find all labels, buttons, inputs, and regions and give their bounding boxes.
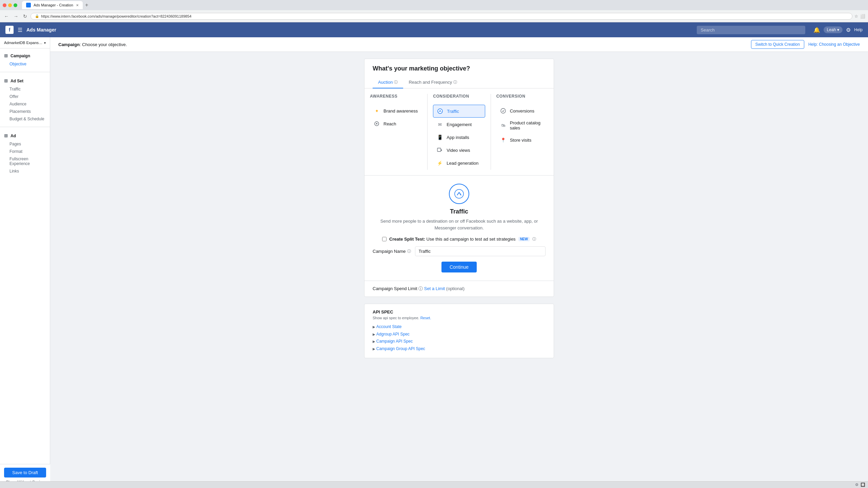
appbar-right: 🔔 Leah ▾ ⚙ Help [813, 26, 863, 33]
help-objective-button[interactable]: Help: Choosing an Objective [808, 42, 860, 47]
tab-reach-info[interactable]: ⓘ [453, 80, 457, 85]
user-badge[interactable]: Leah ▾ [824, 26, 843, 33]
tab-favicon [26, 3, 31, 7]
page-title: What's your marketing objective? [364, 59, 554, 76]
settings-icon[interactable]: ⚙ [846, 27, 851, 33]
campaign-name-row: Campaign Name ⓘ [373, 246, 546, 256]
tab-reach-label: Reach and Frequency [409, 80, 452, 85]
objective-card: What's your marketing objective? Auction… [364, 59, 554, 297]
active-browser-tab[interactable]: Ads Manager - Creation ✕ [22, 1, 83, 9]
sidebar-item-budget-schedule[interactable]: Budget & Schedule [0, 115, 50, 123]
forward-button[interactable]: → [12, 13, 20, 20]
new-tab-button[interactable]: + [83, 2, 90, 8]
bottom-settings-icon[interactable]: ⚙ [855, 483, 859, 487]
continue-button[interactable]: Continue [441, 262, 477, 272]
sidebar-item-placements[interactable]: Placements [0, 108, 50, 115]
tab-auction-info[interactable]: ⓘ [394, 80, 398, 85]
notifications-icon[interactable]: 🔔 [813, 27, 820, 33]
extension-icon[interactable]: ⬜ [860, 14, 865, 19]
api-spec-title: API SPEC [373, 309, 546, 314]
sidebar-item-links[interactable]: Links [0, 167, 50, 175]
store-visits-icon: 📍 [500, 137, 507, 143]
api-spec-section: API SPEC Show api spec to employee. Rese… [364, 304, 554, 358]
refresh-button[interactable]: ↻ [22, 13, 28, 20]
bookmark-icon[interactable]: ☆ [854, 14, 858, 19]
sidebar-item-pages[interactable]: Pages [0, 140, 50, 148]
spend-limit-info[interactable]: ⓘ [418, 286, 424, 291]
api-spec-account-state[interactable]: Account State [373, 323, 546, 331]
close-tab-icon[interactable]: ✕ [76, 3, 79, 7]
conversions-item[interactable]: Conversions [496, 105, 548, 117]
api-spec-campaign[interactable]: Campaign API Spec [373, 338, 546, 345]
address-bar[interactable]: 🔒 https://www.intern.facebook.com/ads/ma… [31, 13, 852, 20]
traffic-info-section: Traffic Send more people to a destinatio… [364, 175, 554, 281]
brand-awareness-item[interactable]: ✦ Brand awareness [370, 105, 422, 117]
traffic-selected-desc: Send more people to a destination on or … [373, 218, 546, 231]
ad-set-icon: ⊞ [4, 78, 8, 83]
consideration-header: Consideration [433, 94, 485, 101]
sidebar-item-fullscreen[interactable]: Fullscreen Experience [0, 155, 50, 167]
api-spec-adgroup[interactable]: Adgroup API Spec [373, 331, 546, 338]
traffic-item[interactable]: Traffic [433, 105, 485, 118]
tab-auction[interactable]: Auction ⓘ [373, 76, 403, 88]
breadcrumb-step: Choose your objective. [82, 42, 127, 47]
app-installs-icon: 📱 [436, 134, 443, 141]
browser-addressbar: ← → ↻ 🔒 https://www.intern.facebook.com/… [0, 10, 868, 22]
sidebar-item-traffic[interactable]: Traffic [0, 85, 50, 93]
lock-icon: 🔒 [35, 14, 39, 18]
sidebar-item-objective[interactable]: Objective [0, 60, 50, 68]
lead-generation-item[interactable]: ⚡ Lead generation [433, 157, 485, 169]
sidebar-item-audience[interactable]: Audience [0, 100, 50, 108]
campaign-name-input[interactable] [415, 246, 546, 256]
spend-limit-label: Campaign Spend Limit [373, 286, 417, 291]
search-input[interactable] [697, 26, 805, 34]
campaign-name-info-icon[interactable]: ⓘ [407, 249, 411, 254]
sidebar-item-offer[interactable]: Offer [0, 93, 50, 100]
split-test-checkbox[interactable] [382, 237, 387, 241]
objective-grid: Awareness ✦ Brand awareness Reach [364, 88, 554, 175]
maximize-dot[interactable] [14, 3, 17, 7]
ad-set-section: ⊞ Ad Set Traffic Offer Audience Placemen… [0, 74, 50, 125]
product-catalog-label: Product catalog sales [510, 120, 545, 130]
product-catalog-icon: 🛍 [500, 122, 507, 129]
store-visits-item[interactable]: 📍 Store visits [496, 134, 548, 146]
account-selector[interactable]: AdmarketDB Expansion Test ... ▾ [0, 37, 50, 48]
engagement-item[interactable]: ✉ Engagement [433, 118, 485, 130]
help-button[interactable]: Help [854, 27, 863, 32]
app-installs-item[interactable]: 📱 App installs [433, 131, 485, 143]
product-catalog-item[interactable]: 🛍 Product catalog sales [496, 118, 548, 133]
back-button[interactable]: ← [3, 13, 10, 20]
fb-appbar: f ☰ Ads Manager 🔔 Leah ▾ ⚙ Help [0, 22, 868, 37]
campaign-label: Campaign [11, 54, 30, 58]
reach-item[interactable]: Reach [370, 118, 422, 130]
menu-icon[interactable]: ☰ [18, 27, 22, 33]
tabs-bar: Auction ⓘ Reach and Frequency ⓘ [364, 76, 554, 88]
switch-creation-button[interactable]: Switch to Quick Creation [751, 40, 804, 49]
reach-label: Reach [383, 121, 396, 126]
new-badge: NEW [518, 237, 530, 241]
sidebar-item-format[interactable]: Format [0, 148, 50, 155]
save-draft-button[interactable]: Save to Draft [4, 468, 46, 477]
conversions-icon [500, 107, 507, 114]
api-spec-campaign-group[interactable]: Campaign Group API Spec [373, 345, 546, 353]
account-name: AdmarketDB Expansion Test ... [4, 41, 43, 45]
split-test-info-icon[interactable]: ⓘ [532, 237, 536, 242]
traffic-label: Traffic [447, 109, 459, 114]
spend-limit-section: Campaign Spend Limit ⓘ Set a Limit (opti… [364, 281, 554, 297]
conversion-header: Conversion [496, 94, 548, 101]
fb-logo: f [5, 26, 14, 34]
user-chevron: ▾ [837, 27, 839, 32]
ad-set-label: Ad Set [11, 79, 23, 83]
awareness-header: Awareness [370, 94, 422, 101]
video-views-item[interactable]: Video views [433, 144, 485, 156]
api-spec-reset-link[interactable]: Reset. [420, 316, 431, 320]
browser-chrome: Ads Manager - Creation ✕ + ← → ↻ 🔒 https… [0, 0, 868, 22]
set-limit-link[interactable]: Set a Limit [424, 286, 445, 291]
campaign-section: ⊞ Campaign Objective [0, 48, 50, 70]
minimize-dot[interactable] [8, 3, 12, 7]
bottom-layout-icon[interactable]: 🔲 [861, 483, 865, 487]
engagement-label: Engagement [447, 122, 472, 127]
tab-reach-frequency[interactable]: Reach and Frequency ⓘ [403, 76, 462, 88]
engagement-icon: ✉ [436, 121, 443, 128]
close-dot[interactable] [3, 3, 6, 7]
